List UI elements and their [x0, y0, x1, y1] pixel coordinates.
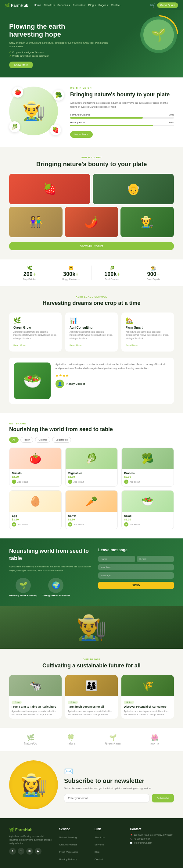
stat-customers-label: Happy Customers — [50, 278, 91, 280]
service-greengrow-link[interactable]: Read More — [13, 344, 26, 347]
add-salad-icon[interactable]: + — [124, 522, 128, 527]
add-broccoli-icon[interactable]: + — [124, 479, 128, 484]
gallery-img-peppers: 🌶️ — [65, 207, 118, 237]
hero-description: Grow and farm your fruits and agricultur… — [9, 41, 108, 49]
cta-submit-button[interactable]: SEND — [98, 582, 174, 589]
service-greengrow-desc: Agriculture and farming are essential in… — [13, 331, 57, 340]
social-linkedin[interactable]: in — [26, 848, 33, 855]
cta-description: Agriculture and farming are essential in… — [9, 565, 92, 573]
blog-grid: 🐄 12 Jun From Farm to Table an Agricultu… — [9, 675, 174, 719]
newsletter-heading: Subscribe to our newsletter — [64, 777, 174, 784]
cta-right: Leave message SEND — [98, 548, 174, 597]
product-salad-image: 🥗 — [122, 491, 174, 512]
blog-post-3-tag: 14 Jun — [124, 701, 134, 704]
filter-fresh[interactable]: Fresh — [21, 437, 33, 443]
add-tomato-icon[interactable]: + — [12, 479, 16, 484]
footer-link-about[interactable]: About Us — [95, 836, 104, 839]
cta-growing-icon: 🌱 — [16, 578, 31, 593]
product-carrot-add[interactable]: + Add to cart — [68, 522, 115, 527]
cta-icon-earth: 🌍 Taking care of the Earth — [42, 578, 70, 597]
cta-name-input[interactable] — [98, 556, 135, 562]
footer-link-services[interactable]: Services — [95, 843, 104, 846]
product-salad-add[interactable]: + Add to cart — [124, 522, 171, 527]
shop-filters: All Fresh Organic Vegetables — [9, 437, 174, 443]
add-egg-icon[interactable]: + — [12, 522, 16, 527]
footer-service-link-3[interactable]: Fresh Vegetables — [59, 850, 78, 854]
services-review-text: Agriculture and farming are essential in… — [56, 363, 169, 370]
social-facebook[interactable]: f — [9, 848, 16, 855]
bounty-tag: We Thrive On — [70, 87, 174, 89]
nav-link-about[interactable]: About Us — [43, 4, 55, 7]
newsletter-description: Subscribe to our newsletter and get the … — [64, 787, 174, 789]
services-tag: Agri Leave Service — [9, 296, 174, 298]
footer-service-link-1[interactable]: Natural Farming — [59, 836, 77, 839]
stat-customers: 😊 300k+ Happy Customers — [50, 266, 92, 280]
newsletter-email-input[interactable] — [64, 794, 149, 802]
cta-icon-growing: 🌱 Growing stron a feeding — [9, 578, 37, 597]
product-broccoli-add[interactable]: + Add to cart — [124, 479, 171, 484]
get-quote-button[interactable]: Get A Quote — [157, 2, 178, 8]
cta-email-input[interactable] — [137, 556, 174, 562]
stat-products-label: Fresh Products — [92, 278, 133, 280]
progress-healthy-label: Healthy Food — [70, 121, 85, 124]
footer-link-blog[interactable]: Blog — [95, 850, 99, 854]
service-farmsmart-link[interactable]: Read More — [126, 344, 138, 347]
footer-link-contact[interactable]: Contact — [95, 858, 103, 861]
nav-link-blog[interactable]: Blog ▾ — [88, 4, 96, 7]
shop-heading: Nourishing the world from seed to table — [9, 426, 174, 433]
footer-contact-heading: Contact — [130, 828, 174, 831]
footer-service-link-4[interactable]: Healthy Delivery — [59, 858, 77, 861]
product-egg-add[interactable]: + Add to cart — [12, 522, 59, 527]
partner-natureco-name: NatureCo — [24, 742, 37, 745]
nav-link-products[interactable]: Products ▾ — [72, 4, 86, 7]
progress-organic-label: Farm Add Organic — [70, 114, 90, 116]
hero-cta-button[interactable]: Know More — [9, 62, 33, 68]
stat-products-icon: 🥬 — [92, 266, 133, 271]
service-farmsmart-icon: 🏡 — [126, 317, 170, 324]
hero-section: Plowing the earth harvesting hope Grow a… — [0, 10, 183, 78]
blog-post-3-title: Discover Potential of Agriculture — [124, 705, 172, 709]
nav-cart-icon[interactable]: 🛒 — [150, 3, 155, 8]
nav-link-home[interactable]: Home — [34, 4, 41, 7]
service-consulting-link[interactable]: Read More — [69, 344, 82, 347]
footer-service-link-2[interactable]: Organic Product — [59, 843, 77, 846]
cta-phone-input[interactable] — [98, 564, 174, 570]
filter-vegetables[interactable]: Vegetables — [52, 437, 71, 443]
social-youtube[interactable]: ▶ — [35, 848, 41, 855]
footer: 🌿 FarmHub Agriculture and farming are es… — [0, 818, 183, 868]
cta-form-phone — [98, 564, 174, 570]
service-card-farmsmart: 🏡 Farm Smart Agriculture and farming are… — [121, 312, 174, 352]
cta-earth-label: Taking care of the Earth — [42, 594, 70, 597]
farmer-banner-overlay — [0, 606, 183, 649]
nav-link-services[interactable]: Services ▾ — [57, 4, 70, 7]
cta-icons: 🌱 Growing stron a feeding 🌍 Taking care … — [9, 578, 92, 597]
shop-tag: Get Farms — [9, 422, 174, 425]
nav-links: Home About Us Services ▾ Products ▾ Blog… — [34, 4, 148, 7]
cta-message-input[interactable] — [98, 572, 174, 579]
navbar: 🌿 FarmHub Home About Us Services ▾ Produ… — [0, 0, 183, 10]
product-tomato-add[interactable]: + Add to cart — [12, 479, 59, 484]
product-veg-add[interactable]: + Add to cart — [68, 479, 115, 484]
social-twitter[interactable]: t — [18, 848, 24, 855]
farmer-emoji-icon: 👨‍🌾 — [22, 100, 45, 122]
nav-logo-text: FarmHub — [11, 3, 28, 8]
nav-link-pages[interactable]: Pages ▾ — [98, 4, 109, 7]
bounty-cta-button[interactable]: Know More — [70, 131, 93, 138]
add-carrot-icon[interactable]: + — [68, 522, 72, 527]
nav-link-contact[interactable]: Contact — [111, 4, 120, 7]
nav-logo[interactable]: 🌿 FarmHub — [5, 3, 28, 8]
product-veg-price: $3.50 — [68, 475, 115, 478]
show-all-button[interactable]: Show All Product — [9, 242, 174, 250]
product-veg-name: Vegetables — [68, 472, 115, 475]
filter-all[interactable]: All — [9, 437, 19, 443]
blog-post-2: 👨‍👩‍👦 13 Jun Farm fresh goodness for all… — [65, 675, 118, 719]
newsletter-subscribe-button[interactable]: Subscribe — [152, 794, 174, 802]
stat-products: 🥬 100k+ Fresh Products — [92, 266, 133, 280]
add-veg-icon[interactable]: + — [68, 479, 72, 484]
hero-bullets: Crops at the edge of Dreams Whole Innova… — [9, 51, 108, 57]
blog-post-3-info: 14 Jun Discover Potential of Agriculture… — [121, 696, 174, 719]
footer-link-heading: Link — [95, 828, 124, 831]
filter-organic[interactable]: Organic — [35, 437, 50, 443]
service-consulting-desc: Agriculture and farming are essential in… — [69, 331, 114, 340]
services-heading: Harvesting dreams one crop at a time — [9, 300, 174, 306]
